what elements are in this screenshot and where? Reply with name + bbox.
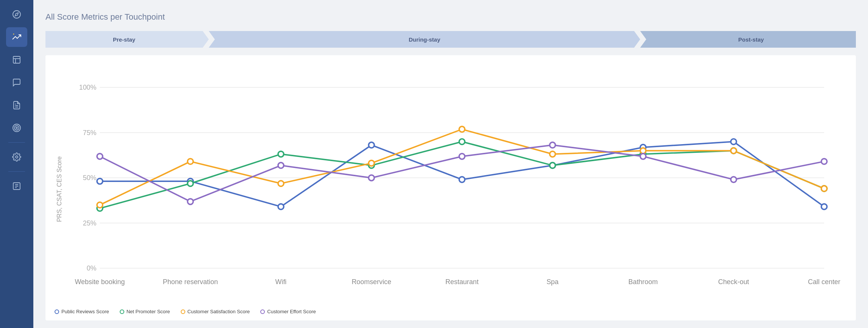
svg-point-38 — [278, 204, 284, 210]
sidebar-divider-2 — [8, 171, 25, 172]
svg-point-56 — [278, 181, 284, 187]
svg-text:75%: 75% — [83, 129, 97, 137]
stage-prestay: Pre-stay — [45, 31, 209, 48]
sidebar-item-settings[interactable] — [6, 147, 27, 167]
legend-prs-dot — [55, 309, 59, 314]
svg-point-58 — [459, 126, 465, 132]
legend-ces: Customer Effort Score — [260, 309, 316, 314]
svg-text:0%: 0% — [87, 264, 97, 272]
sidebar-item-reports[interactable] — [6, 95, 27, 115]
svg-point-60 — [640, 148, 646, 154]
svg-point-64 — [188, 199, 193, 204]
svg-text:Bathroom: Bathroom — [628, 278, 658, 286]
svg-text:Check-out: Check-out — [718, 278, 749, 286]
sidebar-item-compass[interactable] — [6, 5, 27, 24]
sidebar-item-goals[interactable] — [6, 118, 27, 138]
chart-area: PRS, CSAT, CES Score 100% 75% 50% 25% 0%… — [55, 63, 847, 304]
svg-point-66 — [369, 175, 374, 181]
svg-text:100%: 100% — [79, 84, 97, 91]
svg-point-59 — [550, 151, 555, 157]
legend-csat-dot — [181, 309, 185, 314]
svg-point-0 — [13, 11, 20, 18]
chart-svg: PRS, CSAT, CES Score 100% 75% 50% 25% 0%… — [55, 63, 847, 304]
svg-point-50 — [550, 163, 555, 168]
svg-point-9 — [14, 126, 19, 130]
page-title: All Score Metrics per Touchpoint — [45, 12, 856, 22]
svg-text:Wifi: Wifi — [275, 278, 287, 286]
legend-nps: Net Promoter Score — [120, 309, 170, 314]
legend-nps-dot — [120, 309, 124, 314]
svg-point-67 — [459, 154, 465, 159]
svg-rect-3 — [13, 56, 20, 63]
svg-text:Spa: Spa — [546, 278, 558, 286]
svg-text:PRS, CSAT, CES Score: PRS, CSAT, CES Score — [56, 156, 63, 222]
svg-point-11 — [16, 156, 18, 158]
svg-point-49 — [459, 139, 465, 145]
stage-bar: Pre-stay During-stay Post-stay — [45, 31, 856, 48]
svg-point-65 — [278, 163, 284, 168]
svg-point-71 — [821, 159, 827, 164]
sidebar-item-contacts[interactable] — [6, 50, 27, 70]
legend-ces-dot — [260, 309, 265, 314]
svg-point-63 — [97, 154, 103, 159]
svg-point-8 — [13, 124, 20, 132]
svg-point-55 — [188, 159, 193, 164]
stage-duringstay: During-stay — [209, 31, 640, 48]
svg-point-68 — [550, 142, 555, 148]
sidebar-item-comments[interactable] — [6, 73, 27, 92]
svg-point-47 — [278, 151, 284, 157]
svg-point-54 — [97, 202, 103, 208]
svg-text:Website booking: Website booking — [75, 278, 125, 286]
legend-csat: Customer Satisfaction Score — [181, 309, 250, 314]
svg-point-10 — [16, 127, 17, 129]
svg-text:Restaurant: Restaurant — [446, 278, 479, 286]
svg-point-46 — [188, 181, 193, 187]
main-content: All Score Metrics per Touchpoint Pre-sta… — [33, 0, 868, 328]
chart-legend: Public Reviews Score Net Promoter Score … — [55, 304, 847, 314]
sidebar — [0, 0, 33, 328]
svg-point-36 — [97, 179, 103, 184]
sidebar-divider — [8, 142, 25, 143]
stage-poststay: Post-stay — [640, 31, 856, 48]
svg-text:Call center: Call center — [808, 278, 840, 286]
svg-text:Phone reservation: Phone reservation — [163, 278, 218, 286]
svg-point-70 — [731, 177, 737, 182]
svg-point-40 — [459, 177, 465, 182]
sidebar-item-feedback[interactable] — [6, 176, 27, 196]
chart-container: PRS, CSAT, CES Score 100% 75% 50% 25% 0%… — [45, 55, 856, 320]
svg-point-57 — [369, 160, 374, 166]
svg-point-44 — [821, 204, 827, 210]
svg-point-43 — [731, 139, 737, 145]
svg-text:25%: 25% — [83, 219, 97, 227]
svg-point-62 — [821, 186, 827, 191]
legend-prs: Public Reviews Score — [55, 309, 109, 314]
svg-text:Roomservice: Roomservice — [352, 278, 391, 286]
svg-point-2 — [13, 34, 14, 35]
svg-point-61 — [731, 148, 737, 154]
svg-point-69 — [640, 154, 646, 159]
svg-marker-1 — [15, 13, 18, 16]
svg-point-39 — [369, 142, 374, 148]
svg-text:50%: 50% — [83, 174, 97, 182]
sidebar-item-analytics[interactable] — [6, 27, 27, 47]
